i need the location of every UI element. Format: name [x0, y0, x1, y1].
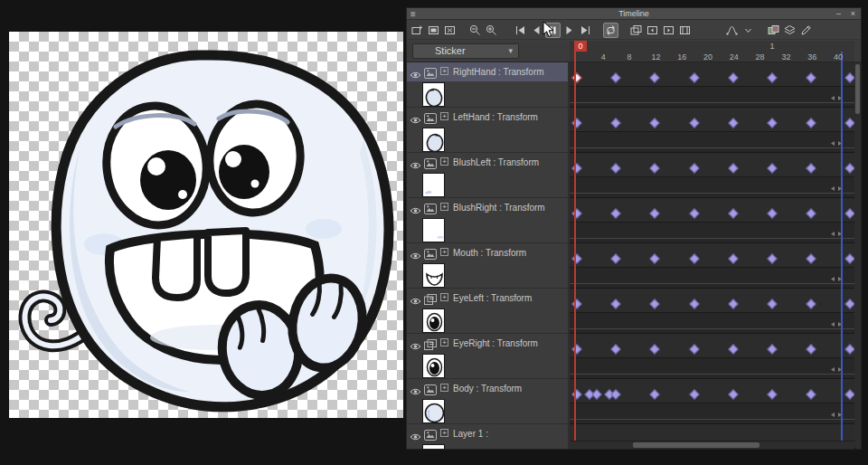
vertical-scrollbar-thumb[interactable] — [855, 64, 860, 114]
go-to-start-icon[interactable] — [513, 23, 528, 38]
visibility-eye-icon[interactable] — [410, 293, 421, 309]
go-to-end-icon[interactable] — [578, 23, 593, 38]
track-mini-scroll-icon[interactable] — [831, 178, 842, 195]
layer-label[interactable]: BlushRight : Transform — [453, 203, 545, 213]
layer-item[interactable]: +EyeLeft : Transform — [407, 289, 568, 334]
expand-keyframes-button[interactable]: + — [440, 112, 448, 120]
layer-header[interactable]: +Layer 1 : — [407, 424, 568, 443]
layer-header[interactable]: +Mouth : Transform — [407, 243, 568, 262]
layer-track[interactable] — [570, 62, 856, 108]
track-mini-scroll-icon[interactable] — [831, 314, 842, 330]
vertical-scrollbar[interactable] — [854, 62, 861, 441]
clip-selector-dropdown[interactable]: Sticker ▾ — [412, 43, 519, 59]
expand-keyframes-button[interactable]: + — [440, 203, 448, 211]
visibility-eye-icon[interactable] — [410, 248, 421, 264]
expand-keyframes-button[interactable]: + — [440, 248, 448, 256]
layer-header[interactable]: +BlushLeft : Transform — [407, 153, 568, 172]
visibility-eye-icon[interactable] — [410, 157, 421, 174]
frame-ruler[interactable] — [570, 41, 854, 62]
canvas-view[interactable] — [9, 32, 403, 418]
close-icon[interactable]: × — [851, 8, 855, 19]
layer-label[interactable]: EyeLeft : Transform — [453, 293, 532, 303]
layer-label[interactable]: Layer 1 : — [453, 429, 488, 439]
track-mini-scroll-icon[interactable] — [831, 88, 842, 104]
light-table-icon[interactable] — [782, 23, 797, 38]
visibility-eye-icon[interactable] — [410, 112, 421, 128]
minimize-icon[interactable]: – — [836, 8, 841, 19]
visibility-eye-icon[interactable] — [410, 429, 421, 445]
interpolation-curve-icon[interactable] — [724, 23, 740, 38]
visibility-eye-icon[interactable] — [410, 338, 421, 355]
zoom-in-icon[interactable] — [484, 23, 499, 38]
expand-keyframes-button[interactable]: + — [440, 429, 448, 437]
layer-header[interactable]: +LeftHand : Transform — [407, 108, 568, 127]
expand-keyframes-button[interactable]: + — [440, 384, 448, 392]
layer-item[interactable]: +LeftHand : Transform — [407, 108, 568, 153]
layer-track[interactable] — [570, 243, 856, 289]
interpolation-menu-icon[interactable] — [741, 23, 756, 38]
layer-thumbnail[interactable] — [422, 218, 445, 242]
layer-thumbnail[interactable] — [422, 263, 445, 288]
render-frames-icon[interactable] — [677, 23, 693, 38]
specify-cels-icon[interactable] — [426, 23, 441, 38]
visibility-eye-icon[interactable] — [410, 203, 421, 219]
layer-item[interactable]: +BlushRight : Transform — [407, 198, 568, 243]
horizontal-scrollbar[interactable] — [570, 441, 854, 449]
layer-thumbnail[interactable] — [422, 308, 445, 333]
loop-playback-icon[interactable] — [603, 23, 618, 38]
layer-type-icon — [424, 202, 437, 218]
layer-header[interactable]: +EyeLeft : Transform — [407, 289, 568, 308]
layer-label[interactable]: LeftHand : Transform — [453, 112, 538, 122]
layer-label[interactable]: BlushLeft : Transform — [453, 157, 539, 167]
track-mini-scroll-icon[interactable] — [831, 223, 842, 240]
expand-keyframes-button[interactable]: + — [440, 338, 448, 346]
layer-thumbnail[interactable] — [422, 82, 445, 107]
delete-cels-icon[interactable] — [442, 23, 458, 38]
layer-item[interactable]: +RightHand : Transform — [407, 62, 568, 108]
track-divider — [570, 193, 856, 194]
onion-color-icon[interactable] — [766, 23, 781, 38]
layer-track[interactable] — [570, 198, 856, 243]
layer-thumbnail[interactable] — [422, 128, 445, 152]
visibility-eye-icon[interactable] — [410, 384, 421, 400]
zoom-out-icon[interactable] — [467, 23, 483, 38]
layer-track[interactable] — [570, 108, 856, 153]
layer-item[interactable]: +Layer 1 : — [407, 424, 568, 449]
next-frame-icon[interactable] — [561, 23, 577, 38]
new-animation-cel-icon[interactable] — [410, 23, 425, 38]
visibility-eye-icon[interactable] — [410, 67, 421, 83]
layer-header[interactable]: +Body : Transform — [407, 379, 568, 398]
layer-track[interactable] — [570, 379, 856, 424]
layer-track[interactable] — [570, 289, 856, 334]
layer-item[interactable]: +Body : Transform — [407, 379, 568, 424]
layer-thumbnail[interactable] — [422, 399, 445, 423]
layer-item[interactable]: +EyeRight : Transform — [407, 334, 568, 379]
layer-thumbnail[interactable] — [422, 173, 445, 197]
layer-track[interactable] — [570, 334, 856, 379]
expand-keyframes-button[interactable]: + — [440, 67, 448, 75]
track-mini-scroll-icon[interactable] — [831, 133, 842, 149]
onion-skin-icon[interactable] — [628, 23, 644, 38]
edit-timeline-icon[interactable] — [798, 23, 814, 38]
track-mini-scroll-icon[interactable] — [831, 359, 842, 375]
layer-label[interactable]: Body : Transform — [453, 384, 522, 394]
layer-track[interactable] — [570, 153, 856, 198]
clip-selector-value: Sticker — [435, 45, 466, 56]
expand-keyframes-button[interactable]: + — [440, 157, 448, 166]
layer-label[interactable]: EyeRight : Transform — [453, 338, 538, 348]
layer-item[interactable]: +Mouth : Transform — [407, 243, 568, 289]
layer-item[interactable]: +BlushLeft : Transform — [407, 153, 568, 198]
layer-header[interactable]: +EyeRight : Transform — [407, 334, 568, 353]
layer-thumbnail[interactable] — [422, 444, 445, 449]
onion-next-icon[interactable] — [661, 23, 676, 38]
layer-thumbnail[interactable] — [422, 354, 445, 378]
layer-header[interactable]: +BlushRight : Transform — [407, 198, 568, 217]
layer-label[interactable]: Mouth : Transform — [453, 248, 526, 258]
layer-header[interactable]: +RightHand : Transform — [407, 62, 568, 81]
expand-keyframes-button[interactable]: + — [440, 293, 448, 301]
track-mini-scroll-icon[interactable] — [831, 404, 842, 421]
track-mini-scroll-icon[interactable] — [831, 269, 842, 285]
horizontal-scrollbar-thumb[interactable] — [633, 442, 760, 448]
layer-label[interactable]: RightHand : Transform — [453, 67, 544, 77]
onion-prev-icon[interactable] — [645, 23, 660, 38]
